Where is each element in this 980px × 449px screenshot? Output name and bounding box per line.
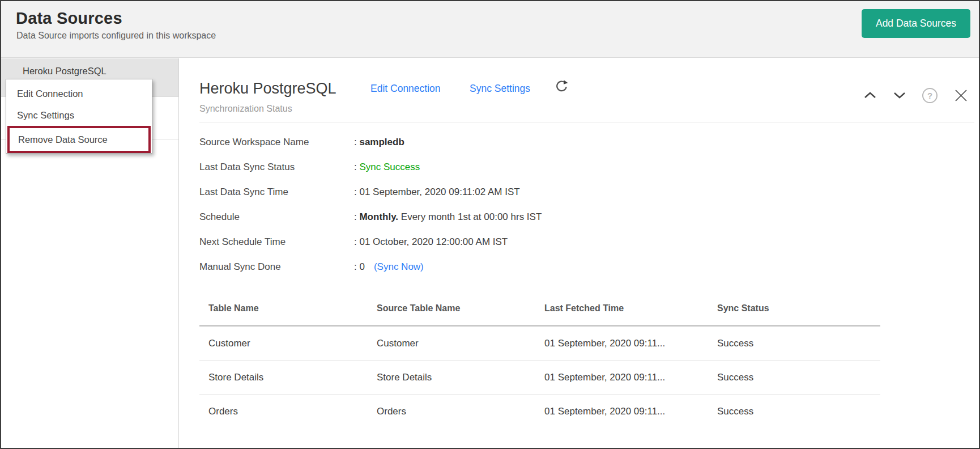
data-source-title: Heroku PostgreSQL bbox=[199, 80, 336, 98]
help-icon[interactable]: ? bbox=[922, 88, 938, 103]
kv-label: Last Data Sync Status bbox=[199, 162, 354, 173]
kv-value-bold: sampledb bbox=[359, 137, 404, 147]
cell-table-name: Store Details bbox=[199, 372, 377, 383]
data-source-detail-panel: Heroku PostgreSQL Edit Connection Sync S… bbox=[180, 58, 979, 448]
section-label-sync-status: Synchronization Status bbox=[199, 104, 292, 114]
cell-source-table-name: Customer bbox=[377, 338, 544, 349]
kv-value: : sampledb bbox=[354, 137, 404, 148]
cell-last-fetched-time: 01 September, 2020 09:11... bbox=[544, 372, 717, 383]
cell-sync-status: Success bbox=[717, 406, 880, 417]
col-header-source-table-name: Source Table Name bbox=[377, 303, 544, 314]
sync-info-row: Next Schedule Time : 01 October, 2020 12… bbox=[199, 230, 542, 255]
cell-last-fetched-time: 01 September, 2020 09:11... bbox=[544, 406, 717, 417]
kv-label: Manual Sync Done bbox=[199, 261, 354, 273]
refresh-icon[interactable] bbox=[555, 79, 569, 93]
kv-value: : Sync Success bbox=[354, 162, 420, 173]
data-source-context-menu: Edit Connection Sync Settings Remove Dat… bbox=[6, 79, 152, 154]
chevron-up-icon[interactable] bbox=[863, 91, 877, 99]
col-header-last-fetched-time: Last Fetched Time bbox=[544, 303, 717, 314]
cell-sync-status: Success bbox=[717, 338, 880, 349]
tables-sync-table: Table Name Source Table Name Last Fetche… bbox=[199, 297, 880, 429]
cell-table-name: Orders bbox=[199, 406, 377, 417]
sync-info-row: Last Data Sync Time : 01 September, 2020… bbox=[199, 180, 542, 205]
cell-table-name: Customer bbox=[199, 338, 377, 349]
col-header-table-name: Table Name bbox=[199, 303, 377, 314]
page-header: Data Sources Data Source imports configu… bbox=[1, 1, 979, 58]
table-row-orders: Orders Orders 01 September, 2020 09:11..… bbox=[199, 395, 880, 429]
panel-controls: ? bbox=[863, 87, 969, 104]
kv-value-text: 01 September, 2020 09:11:02 AM IST bbox=[359, 187, 519, 197]
sync-info-row: Manual Sync Done : 0(Sync Now) bbox=[199, 255, 542, 279]
section-divider bbox=[199, 122, 974, 122]
sync-settings-link[interactable]: Sync Settings bbox=[470, 83, 530, 95]
menu-item-edit-connection[interactable]: Edit Connection bbox=[6, 83, 152, 104]
kv-label: Schedule bbox=[199, 211, 354, 223]
close-icon[interactable] bbox=[953, 88, 969, 103]
table-row-store-details: Store Details Store Details 01 September… bbox=[199, 361, 880, 395]
kv-value: : Monthly. Every month 1st at 00:00 hrs … bbox=[354, 211, 542, 223]
menu-item-sync-settings[interactable]: Sync Settings bbox=[6, 104, 152, 126]
sync-info-list: Source Workspace Name : sampledb Last Da… bbox=[199, 130, 542, 279]
kv-value-text: 01 October, 2020 12:00:00 AM IST bbox=[359, 236, 508, 247]
table-header-row: Table Name Source Table Name Last Fetche… bbox=[199, 297, 880, 320]
kv-value: : 0(Sync Now) bbox=[354, 261, 424, 273]
add-data-sources-button[interactable]: Add Data Sources bbox=[862, 9, 970, 38]
edit-connection-link[interactable]: Edit Connection bbox=[370, 83, 441, 95]
menu-item-remove-data-source[interactable]: Remove Data Source bbox=[10, 128, 148, 151]
sync-info-row: Last Data Sync Status : Sync Success bbox=[199, 155, 542, 180]
kv-label: Last Data Sync Time bbox=[199, 187, 354, 198]
table-row-customer: Customer Customer 01 September, 2020 09:… bbox=[199, 327, 880, 361]
kv-label: Source Workspace Name bbox=[199, 137, 354, 148]
remove-highlight-ring: Remove Data Source bbox=[7, 126, 151, 153]
cell-source-table-name: Store Details bbox=[377, 372, 544, 383]
cell-last-fetched-time: 01 September, 2020 09:11... bbox=[544, 338, 717, 349]
kv-value-text: Every month 1st at 00:00 hrs IST bbox=[398, 211, 542, 222]
chevron-down-icon[interactable] bbox=[893, 91, 906, 99]
sync-info-row: Schedule : Monthly. Every month 1st at 0… bbox=[199, 205, 542, 230]
kv-value-text: 0 bbox=[359, 261, 364, 272]
kv-value-bold: Monthly. bbox=[359, 211, 398, 222]
cell-source-table-name: Orders bbox=[377, 406, 544, 417]
sync-now-link[interactable]: (Sync Now) bbox=[374, 261, 424, 272]
cell-sync-status: Success bbox=[717, 372, 880, 383]
page-subtitle: Data Source imports configured in this w… bbox=[16, 31, 216, 41]
sync-status-success: Sync Success bbox=[359, 162, 420, 172]
kv-value: : 01 October, 2020 12:00:00 AM IST bbox=[354, 236, 508, 248]
page-title: Data Sources bbox=[16, 9, 122, 28]
data-sources-page: Data Sources Data Source imports configu… bbox=[0, 0, 980, 449]
kv-value: : 01 September, 2020 09:11:02 AM IST bbox=[354, 187, 520, 198]
col-header-sync-status: Sync Status bbox=[717, 303, 880, 314]
sync-info-row: Source Workspace Name : sampledb bbox=[199, 130, 542, 155]
sidebar-item-label: Heroku PostgreSQL bbox=[23, 66, 106, 77]
kv-label: Next Schedule Time bbox=[199, 236, 354, 248]
